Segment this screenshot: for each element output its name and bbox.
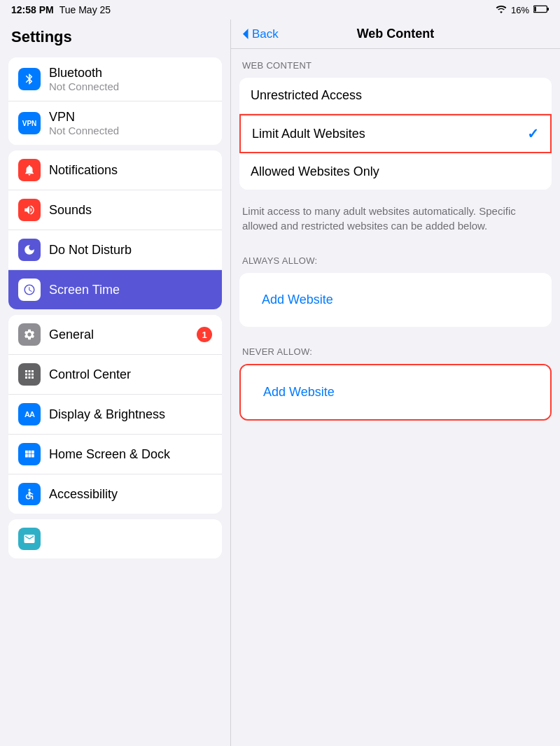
allowedonly-label: Allowed Websites Only [251, 164, 379, 179]
displaybrightness-label: Display & Brightness [49, 407, 212, 422]
sidebar-item-controlcenter[interactable]: Control Center [8, 355, 222, 395]
neverallow-add-button[interactable]: Add Website [252, 375, 346, 409]
nav-bar: Back Web Content [231, 20, 560, 49]
sidebar-item-bluetooth[interactable]: Bluetooth Not Connected [8, 57, 222, 101]
alwaysallow-add-item[interactable]: Add Website [239, 273, 552, 327]
option-allowedonly[interactable]: Allowed Websites Only [239, 153, 552, 190]
svg-point-3 [29, 489, 31, 491]
nav-title: Web Content [357, 27, 435, 41]
limitadult-label: Limit Adult Websites [252, 127, 365, 141]
sidebar-item-vpn[interactable]: VPN VPN Not Connected [8, 101, 222, 145]
sidebar-item-displaybrightness[interactable]: AA Display & Brightness [8, 395, 222, 435]
wifi-icon [496, 3, 507, 16]
battery-percent: 16% [511, 5, 529, 15]
accessibility-icon [18, 483, 41, 505]
settings-group-system: Notifications Sounds Do Not Disturb [8, 150, 222, 309]
notifications-icon [18, 159, 41, 181]
main-layout: Settings Bluetooth Not Connected VPN VPN [0, 20, 560, 746]
controlcenter-icon [18, 363, 41, 386]
screentime-icon [18, 279, 41, 301]
svg-rect-1 [547, 8, 549, 10]
neverallow-group: Add Website [239, 364, 552, 421]
svg-rect-2 [534, 7, 536, 12]
settings-panel: Settings Bluetooth Not Connected VPN VPN [0, 20, 231, 746]
neverallow-add-item[interactable]: Add Website [241, 365, 550, 419]
bluetooth-text: Bluetooth Not Connected [49, 66, 119, 92]
status-right: 16% [496, 3, 549, 16]
bluetooth-sublabel: Not Connected [49, 80, 119, 92]
sounds-icon [18, 199, 41, 221]
general-badge: 1 [197, 327, 212, 342]
controlcenter-label: Control Center [49, 367, 212, 382]
vpn-icon: VPN [18, 112, 41, 134]
general-icon [18, 323, 41, 346]
notifications-label: Notifications [49, 163, 212, 178]
back-button[interactable]: Back [242, 27, 279, 41]
sidebar-item-accessibility[interactable]: Accessibility [8, 474, 222, 514]
sounds-label: Sounds [49, 203, 212, 218]
homescreen-icon [18, 443, 41, 465]
bluetooth-label: Bluetooth [49, 66, 119, 80]
settings-group-preferences: General 1 Control Center AA Display & Br… [8, 315, 222, 514]
homescreen-label: Home Screen & Dock [49, 447, 212, 462]
status-bar: 12:58 PM Tue May 25 16% [0, 0, 560, 20]
webcontent-description: Limit access to many adult websites auto… [231, 198, 560, 244]
settings-group-more [8, 519, 222, 558]
sidebar-item-sounds[interactable]: Sounds [8, 190, 222, 230]
alwaysallow-group: Add Website [239, 273, 552, 327]
checkmark-icon: ✓ [527, 125, 539, 142]
option-limitadult[interactable]: Limit Adult Websites ✓ [239, 114, 552, 153]
sidebar-item-more[interactable] [8, 519, 222, 558]
accessibility-label: Accessibility [49, 487, 212, 502]
vpn-sublabel: Not Connected [49, 125, 119, 136]
status-date: Tue May 25 [59, 4, 111, 15]
webcontent-section-header: WEB CONTENT [231, 49, 560, 75]
back-label: Back [252, 27, 279, 41]
alwaysallow-section-header: ALWAYS ALLOW: [231, 244, 560, 270]
sidebar-item-general[interactable]: General 1 [8, 315, 222, 355]
vpn-label: VPN [49, 110, 119, 125]
donotdisturb-icon [18, 239, 41, 261]
sidebar-item-screentime[interactable]: Screen Time [8, 270, 222, 309]
displaybrightness-icon: AA [18, 403, 41, 425]
donotdisturb-label: Do Not Disturb [49, 243, 212, 258]
sidebar-item-donotdisturb[interactable]: Do Not Disturb [8, 230, 222, 270]
sidebar-item-notifications[interactable]: Notifications [8, 150, 222, 190]
unrestricted-label: Unrestricted Access [251, 88, 362, 103]
more-icon [18, 528, 41, 550]
battery-icon [533, 3, 549, 16]
general-label: General [49, 328, 197, 342]
neverallow-section-header: NEVER ALLOW: [231, 335, 560, 361]
alwaysallow-add-button[interactable]: Add Website [251, 283, 344, 317]
option-unrestricted[interactable]: Unrestricted Access [239, 78, 552, 114]
bluetooth-icon [18, 68, 41, 90]
settings-title: Settings [0, 20, 230, 52]
sidebar-item-homescreen[interactable]: Home Screen & Dock [8, 435, 222, 474]
status-time: 12:58 PM [11, 4, 54, 15]
detail-panel: Back Web Content WEB CONTENT Unrestricte… [231, 20, 560, 746]
vpn-text: VPN Not Connected [49, 110, 119, 136]
settings-group-connectivity: Bluetooth Not Connected VPN VPN Not Conn… [8, 57, 222, 145]
screentime-label: Screen Time [49, 283, 212, 297]
webcontent-options-group: Unrestricted Access Limit Adult Websites… [239, 78, 552, 190]
